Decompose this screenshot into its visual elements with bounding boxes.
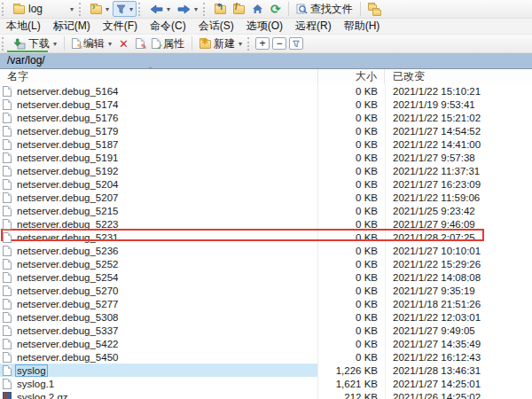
menu-options[interactable]: 选项(O) [240, 17, 289, 35]
file-size: 0 KB [317, 325, 385, 336]
download-button[interactable]: 下载 ▾ [10, 35, 60, 51]
file-size: 0 KB [317, 179, 385, 190]
path-bar[interactable]: /var/log/ [0, 53, 532, 68]
table-row[interactable]: netserver.debug_52360 KB2021/1/27 10:10:… [0, 244, 532, 257]
file-name-cell: netserver.debug_5252 [0, 257, 317, 270]
table-row[interactable]: netserver.debug_52700 KB2021/1/27 9:35:1… [0, 284, 532, 297]
file-changed-date: 2021/1/22 11:59:06 [385, 192, 480, 203]
folder-up-icon: ↰ [215, 5, 226, 14]
toolbar-grip[interactable] [203, 3, 207, 16]
column-header-name[interactable]: 名字 ˆ [0, 69, 317, 84]
toolbar-grip[interactable] [79, 3, 83, 16]
file-changed-date: 2021/1/27 14:35:49 [385, 339, 481, 349]
toolbar-grip[interactable] [2, 37, 6, 51]
new-button[interactable]: ✱ 新建 ▾ [196, 35, 246, 51]
table-row[interactable]: netserver.debug_52230 KB2021/1/27 9:46:0… [0, 217, 532, 231]
find-files-label: 查找文件 [310, 2, 353, 17]
chevron-down-icon: ▾ [194, 5, 198, 13]
file-name-cell: netserver.debug_5207 [0, 191, 317, 204]
table-row[interactable]: netserver.debug_52770 KB2021/1/18 21:51:… [0, 297, 532, 310]
table-row[interactable]: netserver.debug_52040 KB2021/1/27 16:23:… [0, 177, 532, 191]
toolbar-grip[interactable] [138, 3, 143, 16]
table-row[interactable]: netserver.debug_51870 KB2021/1/22 14:41:… [0, 137, 532, 151]
column-header-size[interactable]: 大小 [317, 69, 385, 84]
file-size: 0 KB [317, 219, 385, 230]
table-row[interactable]: netserver.debug_54500 KB2021/1/22 16:12:… [0, 350, 532, 364]
table-row[interactable]: netserver.debug_52070 KB2021/1/22 11:59:… [0, 191, 532, 204]
synchronize-button[interactable] [364, 1, 386, 17]
file-icon [3, 339, 12, 349]
column-divider[interactable] [317, 84, 318, 399]
edit-button[interactable]: ✎ 编辑 ▾ [68, 35, 115, 51]
file-name: netserver.debug_5277 [15, 298, 120, 310]
file-name-cell: netserver.debug_5204 [0, 177, 317, 191]
file-size: 0 KB [317, 232, 385, 243]
menu-local[interactable]: 本地(L) [0, 17, 47, 35]
file-size: 0 KB [317, 339, 385, 349]
menu-help[interactable]: 帮助(H) [338, 17, 387, 35]
file-name: netserver.debug_5207 [15, 192, 120, 204]
column-header-changed[interactable]: 已改变 [385, 69, 532, 84]
sort-ascending-icon: ˆ [149, 66, 152, 76]
table-row[interactable]: netserver.debug_54220 KB2021/1/27 14:35:… [0, 337, 532, 350]
table-row[interactable]: netserver.debug_52150 KB2021/1/25 9:23:4… [0, 204, 532, 217]
table-row[interactable]: netserver.debug_51640 KB2021/1/22 15:10:… [0, 84, 532, 98]
properties-button[interactable]: ✓ 属性 [148, 35, 188, 51]
file-name: syslog [15, 364, 48, 377]
file-icon [3, 206, 12, 216]
menu-command[interactable]: 命令(C) [144, 17, 192, 35]
find-files-button[interactable]: 查找文件 [293, 1, 356, 17]
file-name-cell: netserver.debug_5450 [0, 350, 317, 364]
table-row[interactable]: netserver.debug_51740 KB2021/1/19 9:53:4… [0, 98, 532, 111]
file-changed-date: 2021/1/22 15:21:02 [385, 113, 481, 123]
toolbar-grip[interactable] [247, 37, 252, 51]
file-icon [3, 126, 12, 137]
home-directory-button[interactable] [248, 1, 267, 17]
file-changed-date: 2021/1/27 9:49:05 [385, 325, 475, 336]
table-row[interactable]: netserver.debug_52520 KB2021/1/22 15:29:… [0, 257, 532, 270]
filter-list-button[interactable] [289, 37, 303, 50]
root-directory-button[interactable]: / [230, 1, 248, 17]
table-row[interactable]: netserver.debug_51760 KB2021/1/22 15:21:… [0, 111, 532, 124]
table-row[interactable]: netserver.debug_51910 KB2021/1/27 9:57:3… [0, 151, 532, 164]
file-changed-date: 2021/1/28 2:07:25 [385, 232, 475, 243]
file-name: netserver.debug_5223 [15, 218, 120, 231]
menu-session[interactable]: 会话(S) [192, 17, 240, 35]
table-row[interactable]: syslog.11,621 KB2021/1/27 14:25:01 [0, 377, 532, 390]
menu-file[interactable]: 文件(F) [97, 17, 144, 35]
table-row[interactable]: syslog1,226 KB2021/1/28 13:46:31 [0, 364, 532, 377]
expand-button[interactable]: + [255, 37, 270, 50]
open-directory-button[interactable]: › ▾ [87, 1, 113, 17]
forward-button[interactable]: ▾ [174, 1, 201, 17]
table-row[interactable]: netserver.debug_52310 KB2021/1/28 2:07:2… [0, 231, 532, 244]
delete-button[interactable]: ✕ [115, 35, 132, 51]
table-row[interactable]: syslog.2.gz212 KB2021/1/26 14:25:02 [0, 390, 532, 399]
file-icon [3, 312, 12, 323]
file-name: syslog.1 [15, 378, 56, 390]
rename-button[interactable]: ✎ [132, 35, 148, 51]
file-changed-date: 2021/1/27 9:57:38 [385, 153, 475, 163]
file-changed-date: 2021/1/28 13:46:31 [385, 365, 481, 376]
column-divider[interactable] [385, 84, 386, 399]
parent-directory-button[interactable]: ↰ [211, 1, 230, 17]
file-name-cell: netserver.debug_5179 [0, 124, 317, 137]
back-button[interactable]: ▾ [146, 1, 174, 17]
session-selector[interactable]: log ▾ [10, 1, 77, 17]
table-row[interactable]: netserver.debug_51790 KB2021/1/27 14:54:… [0, 124, 532, 137]
file-size: 0 KB [317, 352, 385, 363]
table-row[interactable]: netserver.debug_53080 KB2021/1/22 12:03:… [0, 310, 532, 324]
collapse-button[interactable]: − [272, 37, 286, 50]
table-row[interactable]: netserver.debug_52540 KB2021/1/22 14:08:… [0, 270, 532, 284]
table-row[interactable]: netserver.debug_53370 KB2021/1/27 9:49:0… [0, 324, 532, 337]
menu-mark[interactable]: 标记(M) [47, 17, 97, 35]
file-icon [3, 259, 12, 270]
chevron-down-icon: ▾ [106, 5, 109, 13]
refresh-button[interactable]: ⟳ [267, 1, 285, 17]
table-row[interactable]: netserver.debug_51920 KB2021/1/22 11:37:… [0, 164, 532, 177]
file-size: 1,226 KB [317, 365, 385, 376]
file-name-cell: netserver.debug_5192 [0, 164, 317, 177]
download-label: 下载 [28, 36, 50, 51]
menu-remote[interactable]: 远程(R) [289, 17, 338, 35]
filter-button[interactable]: ▾ [113, 1, 137, 17]
toolbar-grip[interactable] [2, 3, 6, 16]
